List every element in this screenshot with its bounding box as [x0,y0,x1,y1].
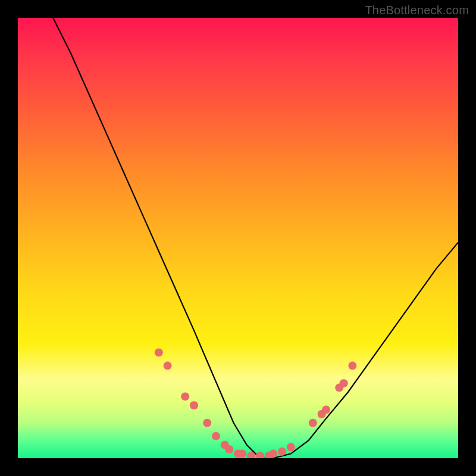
curve-marker [212,432,220,440]
curve-marker [340,379,348,387]
curve-marker [256,452,264,458]
chart-svg [18,18,458,458]
curve-marker [287,443,295,452]
curve-marker [238,450,246,458]
curve-marker [348,362,356,370]
curve-marker [309,419,317,427]
curve-marker [278,447,286,456]
curve-marker [181,392,189,400]
curve-marker [190,401,198,409]
chart-container: TheBottleneck.com [0,0,476,476]
curve-marker [225,445,233,453]
curve-marker [269,450,277,458]
curve-marker [155,348,163,356]
watermark-text: TheBottleneck.com [365,4,469,17]
curve-markers [155,348,357,458]
curve-marker [322,406,330,414]
curve-marker [203,419,211,427]
bottleneck-curve [53,18,458,458]
plot-area [18,18,458,458]
curve-marker [164,362,172,370]
